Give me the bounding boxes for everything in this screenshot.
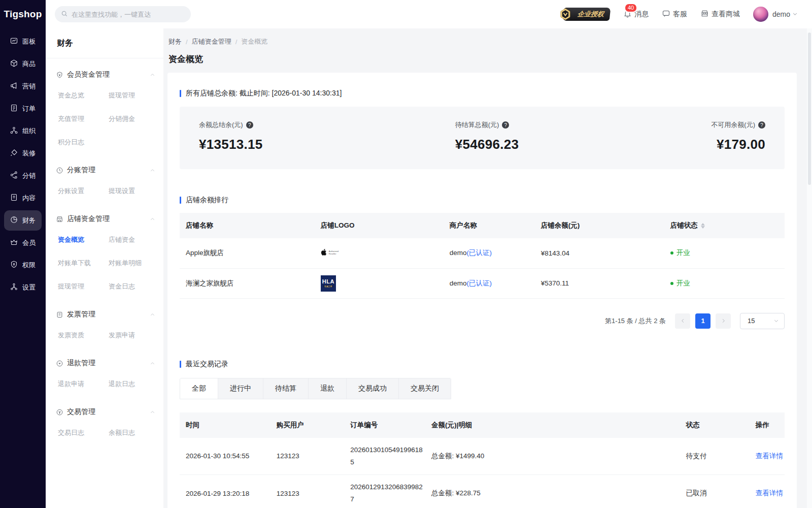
submenu-item[interactable]: 对账单明细 — [109, 251, 159, 275]
apple-logo-caption: Authorized Reseller — [329, 250, 344, 255]
storefront-icon — [700, 9, 709, 19]
tab-all[interactable]: 全部 — [180, 378, 218, 399]
global-search[interactable] — [55, 6, 191, 22]
nav-item-decoration[interactable]: 装修 — [4, 143, 42, 164]
page-number-current[interactable]: 1 — [695, 313, 710, 329]
nav-item-marketing[interactable]: 营销 — [4, 76, 42, 97]
certified-tag[interactable]: (已认证) — [466, 249, 492, 257]
breadcrumb-item[interactable]: 财务 — [168, 37, 182, 46]
tab-success[interactable]: 交易成功 — [347, 378, 399, 399]
nav-label: 权限 — [22, 261, 36, 270]
chevron-up-icon[interactable] — [150, 312, 155, 318]
breadcrumb-separator: / — [235, 38, 238, 46]
menu-group-header[interactable]: 分账管理 — [46, 164, 163, 176]
menu-group-header[interactable]: 会员资金管理 — [46, 69, 163, 81]
search-icon — [61, 10, 68, 19]
page-scrollbar[interactable] — [807, 28, 812, 508]
secondary-sidebar: 财务 会员资金管理 资金总览 提现管理 充值管理 分销佣金 积分日志 分账管理 … — [46, 28, 163, 508]
menu-group-title: 会员资金管理 — [67, 70, 110, 79]
nav-item-permissions[interactable]: 权限 — [4, 255, 42, 275]
submenu-item[interactable]: 发票申请 — [109, 324, 159, 347]
enterprise-auth-badge[interactable]: 企业授权 — [563, 8, 611, 21]
pie-chart-icon — [10, 215, 18, 226]
nav-item-products[interactable]: 商品 — [4, 54, 42, 74]
document-icon — [10, 104, 18, 114]
main-content: 财务 / 店铺资金管理 / 资金概览 资金概览 所有店铺总余额: 截止时间: [… — [163, 28, 812, 508]
nav-item-dashboard[interactable]: 面板 — [4, 31, 42, 52]
sort-icon[interactable] — [701, 223, 705, 229]
customer-service-button[interactable]: 客服 — [662, 9, 687, 19]
page-size-select[interactable]: 15 — [740, 313, 785, 329]
nav-item-members[interactable]: 会员 — [4, 233, 42, 253]
cell-shop-logo: HLA 海澜之家 — [315, 268, 444, 298]
submenu-item[interactable]: 分销佣金 — [109, 107, 159, 131]
menu-group-header[interactable]: 发票管理 — [46, 308, 163, 321]
scrollbar-thumb[interactable] — [808, 33, 811, 185]
submenu-item[interactable]: 充值管理 — [58, 107, 109, 131]
nav-item-finance[interactable]: 财务 — [4, 210, 42, 231]
tab-pending-settlement[interactable]: 待结算 — [263, 378, 309, 399]
nav-item-organization[interactable]: 组织 — [4, 121, 42, 141]
prev-page-button[interactable] — [675, 313, 690, 329]
menu-group-header[interactable]: 退款管理 — [46, 357, 163, 369]
submenu-item[interactable]: 退款申请 — [58, 372, 109, 396]
nav-item-distribution[interactable]: 分销 — [4, 166, 42, 186]
stat-total-balance: 余额总结余(元) ? ¥13513.15 — [199, 120, 263, 152]
breadcrumb-item[interactable]: 店铺资金管理 — [192, 37, 231, 46]
table-header-row: 店铺名称 店铺LOGO 商户名称 店铺余额(元) 店铺状态 — [180, 213, 785, 238]
customer-service-label: 客服 — [673, 10, 687, 19]
store-icon — [56, 215, 63, 223]
submenu-item[interactable]: 店铺资金 — [109, 228, 159, 251]
help-icon[interactable]: ? — [502, 121, 509, 129]
nav-item-orders[interactable]: 订单 — [4, 99, 42, 119]
submenu-item[interactable]: 交易日志 — [58, 421, 109, 444]
submenu-item[interactable]: 余额日志 — [109, 421, 159, 444]
stat-pending-settlement: 待结算总额(元) ? ¥54696.23 — [455, 120, 519, 152]
stat-label: 不可用余额(元) — [711, 120, 755, 130]
next-page-button[interactable] — [716, 313, 731, 329]
section-transactions-title: 最近交易记录 — [186, 360, 228, 369]
avatar[interactable] — [753, 7, 768, 22]
col-shop-name: 店铺名称 — [180, 213, 315, 238]
nav-item-settings[interactable]: 设置 — [4, 277, 42, 298]
search-input[interactable] — [72, 11, 185, 18]
chevron-up-icon[interactable] — [150, 216, 155, 222]
menu-group-invoice: 发票管理 发票资质 发票申请 — [46, 298, 163, 347]
help-icon[interactable]: ? — [758, 121, 765, 129]
submenu-item[interactable]: 分账设置 — [58, 179, 109, 203]
status-label: 开业 — [676, 279, 690, 288]
help-icon[interactable]: ? — [246, 121, 253, 129]
chevron-up-icon[interactable] — [150, 361, 155, 366]
submenu-item[interactable]: 对账单下载 — [58, 251, 109, 275]
pagination: 第1-15 条 / 总共 2 条 1 15 — [180, 313, 785, 329]
status-dot — [670, 251, 673, 255]
view-shop-button[interactable]: 查看商城 — [700, 9, 740, 19]
tab-refund[interactable]: 退款 — [309, 378, 347, 399]
chevron-up-icon[interactable] — [150, 168, 155, 173]
user-menu[interactable]: demo — [753, 7, 798, 22]
tab-closed[interactable]: 交易关闭 — [399, 378, 451, 399]
submenu-item[interactable]: 发票资质 — [58, 324, 109, 347]
submenu-item[interactable]: 提现设置 — [109, 179, 159, 203]
messages-button[interactable]: 40 消息 — [623, 9, 649, 19]
menu-group-header[interactable]: 店铺资金管理 — [46, 213, 163, 225]
submenu-item[interactable]: 退款日志 — [109, 372, 159, 396]
submenu-item[interactable]: 积分日志 — [58, 131, 109, 154]
certified-tag[interactable]: (已认证) — [466, 279, 492, 287]
cell-merchant: demo(已认证) — [444, 238, 535, 268]
app-logo: Tigshop — [0, 0, 46, 28]
submenu-item[interactable]: 提现管理 — [58, 275, 109, 298]
view-details-link[interactable]: 查看详情 — [756, 489, 783, 497]
submenu-item[interactable]: 资金总览 — [58, 84, 109, 107]
section-ranking-header: 店铺余额排行 — [180, 196, 785, 205]
view-details-link[interactable]: 查看详情 — [756, 452, 783, 460]
chevron-up-icon[interactable] — [150, 72, 155, 78]
tab-in-progress[interactable]: 进行中 — [218, 378, 263, 399]
table-row: 2026-01-30 10:54:55 123123 2026013010549… — [180, 438, 785, 475]
submenu-item[interactable]: 资金日志 — [109, 275, 159, 298]
submenu-item[interactable]: 提现管理 — [109, 84, 159, 107]
nav-item-content[interactable]: 内容 — [4, 188, 42, 208]
submenu-item-active[interactable]: 资金概览 — [58, 228, 109, 251]
menu-group-header[interactable]: 交易管理 — [46, 406, 163, 418]
chevron-up-icon[interactable] — [150, 409, 155, 415]
